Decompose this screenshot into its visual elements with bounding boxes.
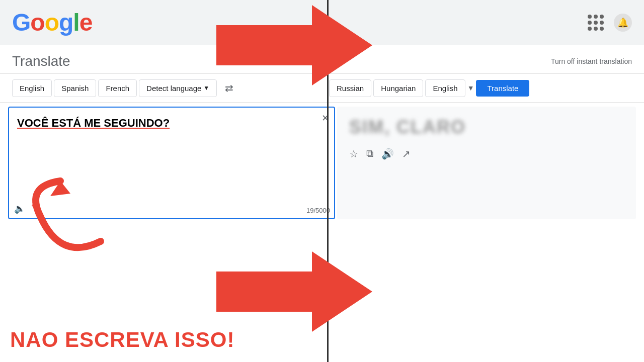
translate-button[interactable]: Translate [476,80,529,97]
speak-output-icon[interactable]: 🔊 [381,148,394,160]
input-panel: VOCÊ ESTÁ ME SEGUINDO? ✕ 19/5000 🔈 ✏️ [8,107,335,219]
target-dropdown-arrow[interactable]: ▼ [467,84,474,92]
edit-icon[interactable]: ✏️ [31,203,42,214]
header-right: 🔔 [588,14,632,32]
target-lang-russian[interactable]: Russian [329,79,371,97]
translate-header: Translate Turn off instant translation [0,45,644,73]
detect-dropdown-arrow: ▼ [203,84,209,92]
header: Google 🔔 [0,0,644,45]
input-actions: 🔈 ✏️ [14,203,42,214]
vertical-divider [327,0,329,362]
instant-toggle-link[interactable]: Turn off instant translation [551,57,632,65]
language-bar: English Spanish French Detect language ▼… [0,73,644,103]
translated-text: SIM, CLARO [349,117,624,138]
page-title: Translate [12,53,70,69]
output-actions: ☆ ⧉ 🔊 ↗ [349,148,624,160]
translation-panels: VOCÊ ESTÁ ME SEGUINDO? ✕ 19/5000 🔈 ✏️ SI… [0,103,644,223]
source-lang-english[interactable]: English [12,79,52,97]
target-lang-english[interactable]: English [425,79,465,97]
source-language-bar: English Spanish French Detect language ▼… [12,78,314,98]
target-lang-hungarian[interactable]: Hungarian [373,79,423,97]
share-icon[interactable]: ↗ [402,148,411,160]
swap-languages-button[interactable]: ⇄ [219,78,239,98]
apps-icon[interactable] [588,15,604,31]
output-panel: SIM, CLARO ☆ ⧉ 🔊 ↗ [337,107,636,219]
svg-marker-1 [216,251,372,332]
source-lang-spanish[interactable]: Spanish [54,79,96,97]
detect-language-button[interactable]: Detect language ▼ [139,79,217,97]
target-language-bar: Russian Hungarian English ▼ Translate [314,79,529,97]
notification-icon[interactable]: 🔔 [614,14,632,32]
bottom-annotation: NAO ESCREVA ISSO! [10,328,234,352]
google-logo: Google [12,9,92,36]
copy-icon[interactable]: ⧉ [366,148,373,160]
speak-input-icon[interactable]: 🔈 [14,203,25,214]
detect-label: Detect language [146,84,201,93]
source-text[interactable]: VOCÊ ESTÁ ME SEGUINDO? [9,108,334,198]
char-count: 19/5000 [306,207,330,214]
star-icon[interactable]: ☆ [349,148,358,160]
source-lang-french[interactable]: French [98,79,137,97]
